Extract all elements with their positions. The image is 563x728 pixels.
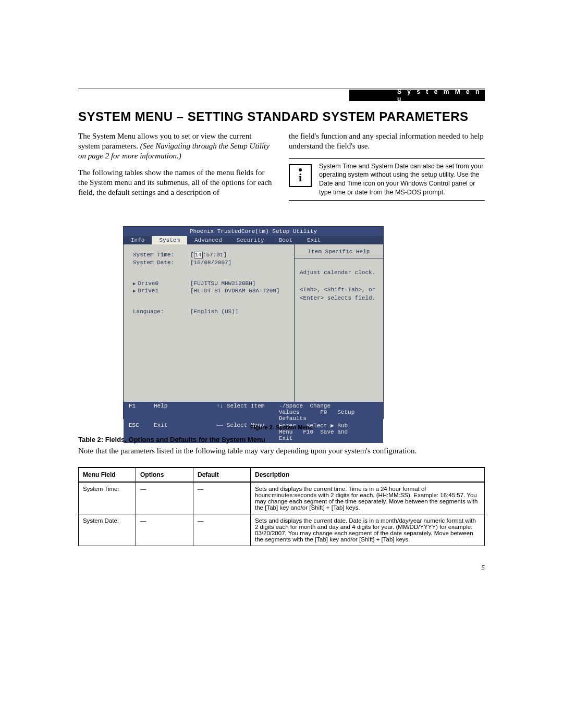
bios-tab-system: System [152, 236, 187, 244]
bios-body: System Time: [14:57:01] System Date: [10… [124, 244, 383, 402]
bios-key-sp: -/Space [279, 403, 303, 409]
bios-tab-advanced: Advanced [187, 236, 229, 244]
information-note: i System Time and System Date can also b… [289, 162, 485, 198]
cell-desc: Sets and displays the current time. Time… [251, 482, 485, 514]
page-title: SYSTEM MENU – SETTING STANDARD SYSTEM PA… [78, 109, 485, 124]
bios-key-f1: F1 [129, 403, 154, 422]
bios-system-date-label: System Date: [133, 260, 190, 266]
bios-language-label: Language: [133, 309, 190, 315]
bios-language-value: [English (US)] [190, 309, 238, 315]
bios-key-ud: ↑↓ Select Item [216, 403, 279, 422]
intro-p2: The following tables show the names of t… [78, 168, 274, 197]
bios-drive1-label: Drive1 [133, 288, 190, 294]
bios-drive0-value: [FUJITSU MHW2120BH] [190, 280, 255, 287]
bios-title: Phoenix TrustedCore(tm) Setup Utility [124, 227, 383, 236]
cell-desc: Sets and displays the current date. Date… [251, 514, 485, 546]
cell-field: System Date: [79, 514, 136, 546]
th-options: Options [136, 467, 193, 482]
table-note: Note that the parameters listed in the f… [78, 446, 485, 456]
th-description: Description [251, 467, 485, 482]
cell-field: System Time: [79, 482, 136, 514]
bios-system-time-label: System Time: [133, 252, 190, 258]
bios-time-cursor: 14 [194, 252, 203, 258]
bios-time-rest: :57:01] [203, 252, 227, 258]
intro-p1: The System Menu allows you to set or vie… [78, 131, 274, 161]
cell-default: — [193, 482, 251, 514]
note-rule-bottom [289, 200, 485, 201]
bios-key-f1l: Help [154, 403, 216, 422]
bios-help-body: Adjust calendar clock. <Tab>, <Shift-Tab… [295, 258, 383, 402]
bios-right-pane: Item Specific Help Adjust calendar clock… [294, 244, 383, 402]
th-default: Default [193, 467, 251, 482]
table-row: System Date: — — Sets and displays the c… [79, 514, 485, 546]
bios-tab-boot: Boot [272, 236, 300, 244]
bios-left-pane: System Time: [14:57:01] System Date: [10… [124, 244, 294, 402]
bios-help-line3: <Enter> selects field. [300, 294, 378, 302]
bios-system-time-value: [14:57:01] [190, 252, 227, 258]
bios-drive1-value: [HL-DT-ST DVDRAM GSA-T20N] [190, 288, 280, 294]
intro-p3: the field's function and any special inf… [289, 131, 485, 151]
table-caption: Table 2: Fields, Options and Defaults fo… [78, 436, 485, 443]
figure-caption: Figure 2. System Menu [78, 424, 485, 430]
bios-screenshot: Phoenix TrustedCore(tm) Setup Utility In… [123, 226, 384, 419]
cell-options: — [136, 482, 193, 514]
table-row: System Time: — — Sets and displays the c… [79, 482, 485, 514]
bios-tab-exit: Exit [300, 236, 328, 244]
bios-drive0-label: Drive0 [133, 280, 190, 287]
bios-tab-info: Info [124, 236, 152, 244]
section-badge: S y s t e m M e n u [349, 90, 485, 101]
bios-help-title: Item Specific Help [295, 244, 383, 258]
bios-help-line1: Adjust calendar clock. [300, 269, 378, 277]
page-number: 5 [482, 563, 485, 572]
info-icon: i [289, 164, 312, 187]
bios-key-f9: F9 [320, 409, 327, 415]
note-text: System Time and System Date can also be … [319, 162, 485, 198]
bios-key-sp-row: -/Space Change Values F9 Setup Defaults [279, 403, 362, 422]
bios-menubar: Info System Advanced Security Boot Exit [124, 236, 383, 244]
fields-table: Menu Field Options Default Description S… [78, 467, 485, 546]
th-menu-field: Menu Field [79, 467, 136, 482]
note-rule-top [289, 158, 485, 159]
bios-system-date-value: [10/08/2007] [190, 260, 231, 266]
intro-col-left: The System Menu allows you to set or vie… [78, 131, 274, 205]
cell-default: — [193, 514, 251, 546]
bios-tab-security: Security [229, 236, 272, 244]
intro-col-right: the field's function and any special inf… [289, 131, 485, 205]
bios-help-line2: <Tab>, <Shift-Tab>, or [300, 286, 378, 294]
intro-columns: The System Menu allows you to set or vie… [78, 131, 485, 205]
cell-options: — [136, 514, 193, 546]
